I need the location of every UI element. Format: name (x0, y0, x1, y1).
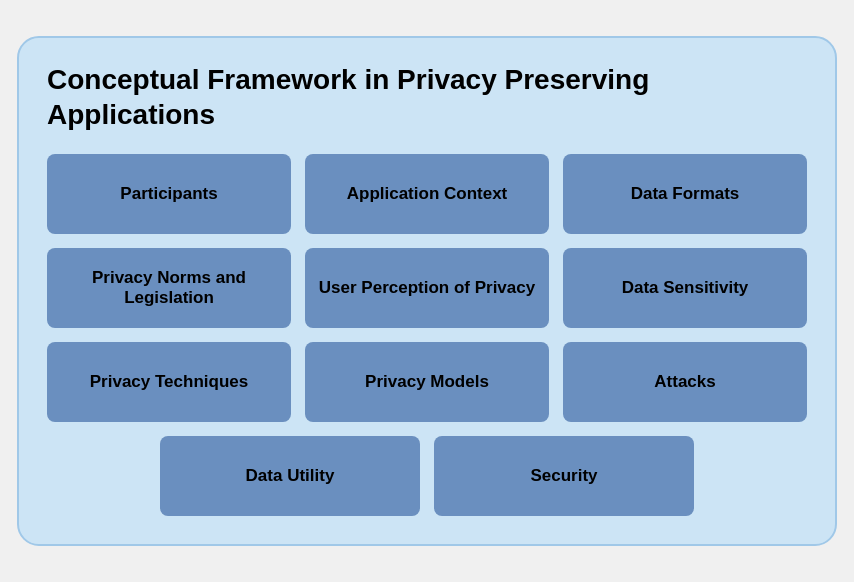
cell-privacy-techniques: Privacy Techniques (47, 342, 291, 422)
cell-application-context: Application Context (305, 154, 549, 234)
grid-row-2: Privacy Norms and Legislation User Perce… (47, 248, 807, 328)
grid-row-1: Participants Application Context Data Fo… (47, 154, 807, 234)
cell-attacks: Attacks (563, 342, 807, 422)
grid-row-4: Data Utility Security (47, 436, 807, 516)
grid-area: Participants Application Context Data Fo… (47, 154, 807, 516)
cell-security: Security (434, 436, 694, 516)
cell-user-perception: User Perception of Privacy (305, 248, 549, 328)
framework-container: Conceptual Framework in Privacy Preservi… (17, 36, 837, 546)
grid-row-3: Privacy Techniques Privacy Models Attack… (47, 342, 807, 422)
cell-data-formats: Data Formats (563, 154, 807, 234)
cell-participants: Participants (47, 154, 291, 234)
cell-privacy-models: Privacy Models (305, 342, 549, 422)
cell-data-sensitivity: Data Sensitivity (563, 248, 807, 328)
cell-data-utility: Data Utility (160, 436, 420, 516)
framework-title: Conceptual Framework in Privacy Preservi… (47, 62, 807, 132)
cell-privacy-norms: Privacy Norms and Legislation (47, 248, 291, 328)
